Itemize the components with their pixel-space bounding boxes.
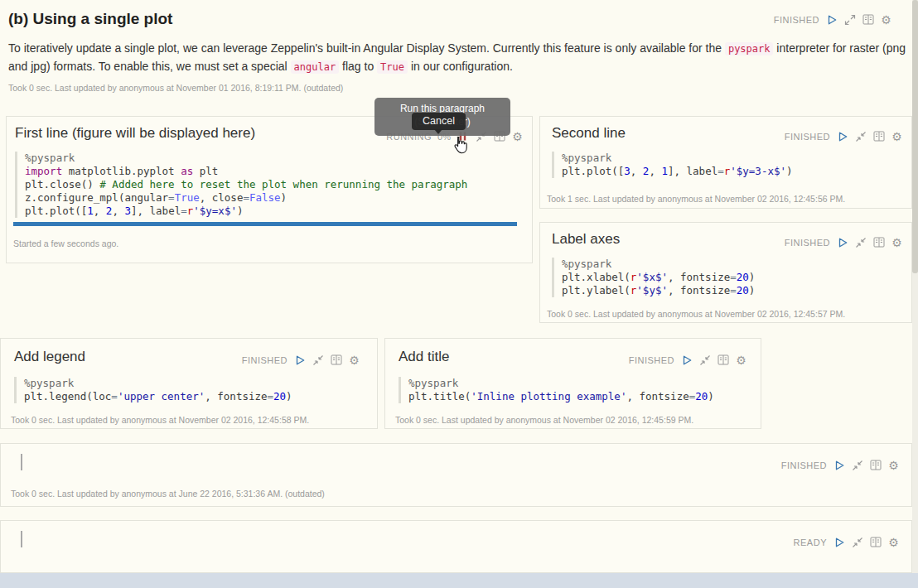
paragraph-header: (b) Using a single plot FINISHED ⚙ To it… [0, 0, 907, 99]
shrink-icon[interactable] [851, 459, 863, 471]
play-icon[interactable] [293, 354, 306, 366]
play-icon[interactable] [825, 13, 838, 26]
code-editor[interactable]: %pysparkimport matplotlib.pyplot as pltp… [15, 152, 520, 218]
status-label: READY [794, 537, 827, 547]
paragraph-timestamp: Took 1 sec. Last updated by anonymous at… [547, 194, 845, 204]
cancel-tooltip: Cancel [412, 113, 466, 130]
shrink-icon[interactable] [312, 354, 324, 366]
paragraph-text: To iteratively update a single plot, we … [8, 40, 906, 76]
shrink-icon[interactable] [851, 536, 863, 548]
cancel-tooltip-label: Cancel [423, 115, 455, 127]
book-icon[interactable] [869, 459, 882, 471]
play-icon[interactable] [836, 236, 848, 248]
gear-icon[interactable]: ⚙ [735, 354, 747, 366]
paragraph-add-legend: Add legend FINISHED ⚙ %pysparkplt.legend… [0, 338, 378, 429]
book-icon[interactable] [872, 236, 885, 248]
paragraph-timestamp: Took 0 sec. Last updated by anonymous at… [547, 309, 845, 319]
status-label: FINISHED [785, 132, 830, 142]
gear-icon[interactable]: ⚙ [891, 130, 903, 142]
paragraph-timestamp: Took 0 sec. Last updated by anonymous at… [8, 83, 343, 93]
paragraph-timestamp: Took 0 sec. Last updated by anonymous at… [11, 415, 309, 425]
page-title: (b) Using a single plot [8, 10, 172, 28]
gear-icon[interactable]: ⚙ [880, 13, 892, 26]
code-editor[interactable]: %pysparkplt.xlabel(r'$x$', fontsize=20)p… [552, 258, 900, 297]
play-icon[interactable] [836, 130, 848, 142]
paragraph-status-bar: FINISHED ⚙ [242, 354, 360, 366]
gear-icon[interactable]: ⚙ [887, 536, 900, 548]
paragraph-status-bar: FINISHED ⚙ [781, 459, 900, 471]
paragraph-title: Second line [552, 125, 626, 142]
footer-strip [0, 573, 918, 588]
paragraph-timestamp: Took 0 sec. Last updated by anonymous at… [395, 415, 693, 425]
paragraph-title: Add legend [14, 349, 85, 365]
paragraph-status-bar: FINISHED ⚙ [785, 236, 903, 248]
paragraph-title: Label axes [552, 231, 620, 248]
paragraph-empty-ready: READY ⚙ [0, 520, 912, 573]
status-label: FINISHED [781, 460, 827, 470]
paragraph-label-axes: Label axes FINISHED ⚙ %pysparkplt.xlabel… [539, 222, 912, 323]
code-editor[interactable]: %pysparkplt.legend(loc='upper center', f… [14, 377, 365, 403]
code-editor[interactable]: %pysparkplt.title('Inline plotting examp… [399, 377, 749, 403]
zeppelin-notebook: (b) Using a single plot FINISHED ⚙ To it… [0, 0, 918, 588]
paragraph-empty-finished: FINISHED ⚙ Took 0 sec. Last updated by a… [0, 443, 912, 507]
status-label: FINISHED [629, 355, 674, 365]
hand-cursor-icon [452, 136, 468, 157]
book-icon[interactable] [862, 13, 874, 26]
editor-cursor [21, 531, 22, 547]
paragraph-title: Add title [399, 349, 449, 365]
paragraph-status-bar: FINISHED ⚙ [785, 130, 903, 142]
paragraph-status-bar: READY ⚙ [794, 536, 900, 548]
code-editor[interactable]: %pysparkplt.plot([3, 2, 1], label=r'$y=3… [552, 152, 900, 178]
gear-icon[interactable]: ⚙ [511, 130, 524, 142]
book-icon[interactable] [717, 354, 729, 366]
paragraph-timestamp: Took 0 sec. Last updated by anonymous at… [11, 489, 325, 499]
gear-icon[interactable]: ⚙ [887, 459, 900, 471]
scrollbar-thumb[interactable] [912, 0, 918, 273]
book-icon[interactable] [869, 536, 882, 548]
book-icon[interactable] [872, 130, 885, 142]
book-icon[interactable] [330, 354, 342, 366]
play-icon[interactable] [833, 536, 845, 548]
paragraph-status-bar: FINISHED ⚙ [629, 354, 747, 366]
paragraph-title: First line (figure will be displayed her… [15, 125, 255, 142]
status-label: FINISHED [785, 238, 830, 248]
status-label: FINISHED [774, 15, 819, 25]
play-icon[interactable] [680, 354, 693, 366]
expand-icon[interactable] [843, 13, 856, 26]
shrink-icon[interactable] [854, 236, 867, 248]
status-label: FINISHED [242, 355, 287, 365]
gear-icon[interactable]: ⚙ [891, 236, 903, 248]
shrink-icon[interactable] [698, 354, 711, 366]
scrollbar[interactable] [912, 0, 918, 573]
paragraph-note: Started a few seconds ago. [13, 239, 118, 248]
paragraph-status-bar: FINISHED ⚙ [774, 13, 892, 26]
shrink-icon[interactable] [854, 130, 867, 142]
paragraph-add-title: Add title FINISHED ⚙ %pysparkplt.title('… [384, 338, 761, 429]
progress-bar [13, 222, 517, 226]
paragraph-second-line: Second line FINISHED ⚙ %pysparkplt.plot(… [539, 116, 912, 209]
play-icon[interactable] [833, 459, 845, 471]
editor-cursor [21, 454, 22, 470]
gear-icon[interactable]: ⚙ [348, 354, 360, 366]
